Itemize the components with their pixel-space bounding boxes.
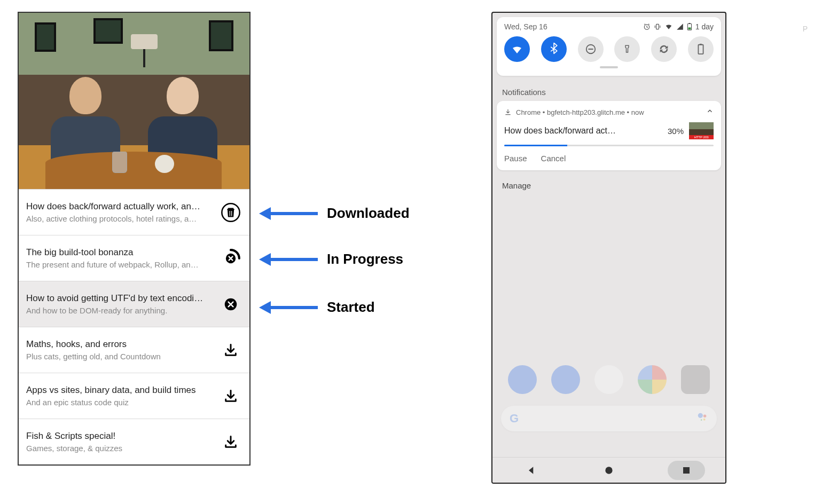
messages-app-icon <box>551 365 580 394</box>
glass <box>112 152 127 173</box>
episode-subtitle: Plus cats, getting old, and Countdown <box>26 352 215 361</box>
home-button[interactable] <box>590 461 628 480</box>
episode-status-button[interactable] <box>220 296 242 312</box>
svg-point-16 <box>605 467 612 474</box>
hero-thumbnail <box>19 13 249 189</box>
episode-status-button[interactable] <box>220 248 242 269</box>
label-started: Started <box>327 299 375 316</box>
picture-frame <box>93 18 123 44</box>
episode-status-button[interactable] <box>220 389 242 404</box>
svg-rect-4 <box>656 24 659 29</box>
android-notification-shade: Wed, Sep 16 1 day Notifications Chrome • <box>491 12 726 484</box>
drag-handle[interactable] <box>600 66 618 68</box>
trash-icon <box>220 202 241 223</box>
status-icons: 1 day <box>643 22 714 31</box>
table <box>45 152 222 189</box>
battery-text: 1 day <box>695 22 714 31</box>
svg-rect-7 <box>688 27 691 29</box>
episode-list-app: How does back/forward actually work, an…… <box>18 12 251 466</box>
status-bar: Wed, Sep 16 1 day <box>504 22 714 31</box>
cup <box>155 155 174 173</box>
episode-subtitle: And an epic status code quiz <box>26 398 215 407</box>
notifications-header: Notifications <box>492 80 725 101</box>
episode-subtitle: Games, storage, & quizzes <box>26 444 215 453</box>
episode-row[interactable]: The big build-tool bonanzaThe present an… <box>19 235 249 281</box>
episode-title: The big build-tool bonanza <box>26 247 215 258</box>
flashlight-toggle[interactable] <box>614 36 640 62</box>
alarm-icon <box>643 23 651 30</box>
status-date: Wed, Sep 16 <box>504 22 547 31</box>
vibrate-icon <box>654 23 661 30</box>
svg-point-13 <box>703 415 707 418</box>
dnd-icon <box>585 43 597 55</box>
phone-app-icon <box>508 365 537 394</box>
arrow-started <box>259 297 318 318</box>
battery-icon <box>687 23 692 30</box>
episode-row[interactable]: Maths, hooks, and errorsPlus cats, getti… <box>19 327 249 373</box>
arrow-downloaded <box>259 203 318 224</box>
bluetooth-icon <box>549 43 559 56</box>
download-notification[interactable]: Chrome • bgfetch-http203.glitch.me • now… <box>497 101 721 170</box>
back-icon <box>526 465 537 476</box>
svg-point-15 <box>701 419 702 421</box>
episode-row[interactable]: How does back/forward actually work, an…… <box>19 189 249 235</box>
square-icon <box>682 466 691 475</box>
circle-icon <box>604 465 614 476</box>
wifi-toggle[interactable] <box>504 36 530 62</box>
battery-saver-toggle[interactable] <box>688 36 714 62</box>
episode-status-button[interactable] <box>220 343 242 358</box>
svg-rect-11 <box>700 44 702 45</box>
notification-source: Chrome • bgfetch-http203.glitch.me • now <box>516 108 644 116</box>
episode-title: Maths, hooks, and errors <box>26 339 215 350</box>
episode-title: Fish & Scripts special! <box>26 431 215 442</box>
dnd-toggle[interactable] <box>578 36 604 62</box>
download-icon <box>223 343 238 358</box>
notification-title: How does back/forward act… <box>504 126 662 136</box>
episode-row[interactable]: Fish & Scripts special!Games, storage, &… <box>19 419 249 464</box>
flashlight-icon <box>622 43 632 55</box>
autorotate-toggle[interactable] <box>651 36 677 62</box>
svg-point-12 <box>698 413 703 418</box>
wifi-icon <box>664 23 673 30</box>
episode-row[interactable]: How to avoid getting UTF'd by text encod… <box>19 281 249 327</box>
back-button[interactable] <box>513 461 550 480</box>
episode-subtitle: Also, active clothing protocols, hotel r… <box>26 214 215 223</box>
battery-icon <box>697 43 705 55</box>
episode-subtitle: And how to be DOM-ready for anything. <box>26 306 215 315</box>
cancel-button[interactable]: Cancel <box>541 154 566 163</box>
navigation-bar <box>492 457 725 483</box>
quick-settings-toggles <box>504 36 714 62</box>
svg-rect-17 <box>683 467 690 474</box>
bluetooth-toggle[interactable] <box>541 36 567 62</box>
wifi-icon <box>511 43 523 56</box>
episode-title: Apps vs sites, binary data, and build ti… <box>26 385 215 396</box>
download-icon <box>504 108 512 116</box>
camera-app-icon <box>681 365 710 394</box>
episode-status-button[interactable] <box>220 435 242 450</box>
episode-status-button[interactable] <box>220 202 242 223</box>
cancel-icon <box>223 296 239 312</box>
progress-cancel-icon <box>220 248 241 269</box>
notification-source-row: Chrome • bgfetch-http203.glitch.me • now <box>504 107 714 117</box>
stray-letter: P <box>803 25 808 33</box>
notification-percent: 30% <box>668 127 684 136</box>
svg-rect-6 <box>688 23 690 23</box>
google-logo-icon: G <box>510 412 519 426</box>
picture-frame <box>35 22 56 52</box>
notification-thumbnail <box>689 122 714 139</box>
download-icon <box>223 389 238 404</box>
manage-button[interactable]: Manage <box>492 170 725 201</box>
cell-signal-icon <box>676 23 684 30</box>
svg-rect-10 <box>698 45 703 54</box>
play-store-icon <box>594 365 623 394</box>
search-pill: G <box>501 406 717 431</box>
chevron-up-icon[interactable] <box>706 107 714 117</box>
assistant-icon <box>696 412 708 426</box>
svg-point-14 <box>703 419 706 421</box>
progress-bar <box>504 145 714 146</box>
episode-row[interactable]: Apps vs sites, binary data, and build ti… <box>19 373 249 419</box>
recents-button[interactable] <box>668 461 705 480</box>
episode-subtitle: The present and future of webpack, Rollu… <box>26 260 215 269</box>
episode-title: How does back/forward actually work, an… <box>26 201 215 212</box>
pause-button[interactable]: Pause <box>504 154 527 163</box>
